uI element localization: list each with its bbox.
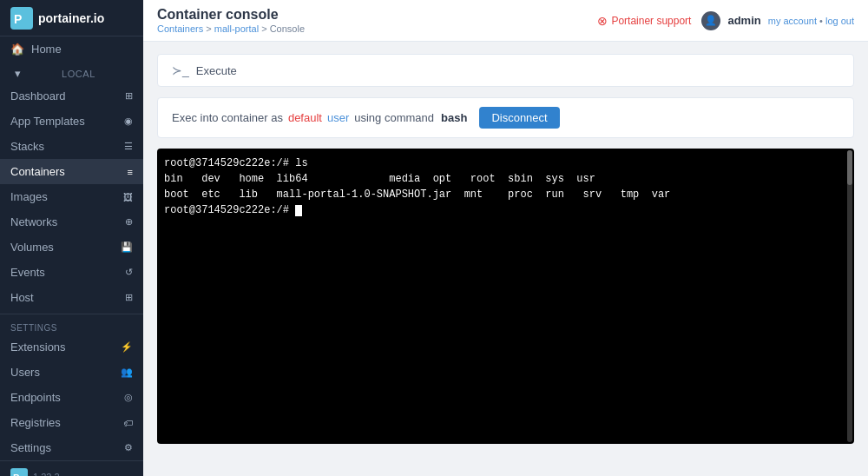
local-icon: ▾ (10, 67, 24, 80)
svg-text:P: P (14, 12, 22, 26)
settings-section-label: SETTINGS (0, 318, 143, 334)
sidebar-item-label: Images (10, 190, 48, 203)
sidebar-item-settings[interactable]: Settings ⚙ (0, 435, 143, 460)
sidebar-item-label: Settings (10, 441, 51, 454)
images-icon: 🖼 (123, 192, 133, 202)
terminal-cursor (295, 205, 302, 216)
host-icon: ⊞ (125, 292, 133, 303)
dashboard-icon: ⊞ (125, 90, 133, 102)
user-avatar-icon: 👤 (705, 15, 717, 26)
topbar-left: Container console Containers > mall-port… (157, 7, 305, 34)
my-account-link[interactable]: my account (768, 16, 817, 26)
sidebar-item-registries[interactable]: Registries 🏷 (0, 410, 143, 435)
sidebar-item-label: Endpoints (10, 391, 61, 404)
networks-icon: ⊕ (125, 216, 133, 228)
username-label: admin (727, 14, 760, 27)
user-links: my account • log out (768, 16, 854, 26)
portainer-logo-icon: P (10, 7, 33, 30)
breadcrumb: Containers > mall-portal > Console (157, 23, 305, 34)
extensions-icon: ⚡ (121, 341, 133, 353)
sidebar-item-label: Users (10, 366, 40, 379)
execute-icon: ≻_ (172, 63, 189, 77)
topbar: Container console Containers > mall-port… (143, 0, 868, 42)
breadcrumb-sep1: > (203, 23, 214, 34)
app-templates-icon: ◉ (124, 116, 133, 127)
user-avatar: 👤 (701, 11, 720, 30)
terminal-output: root@3714529c222e:/# ls bin dev home lib… (164, 155, 847, 218)
content-area: ≻_ Execute Exec into container as defaul… (143, 42, 868, 476)
sidebar-logo: P portainer.io (0, 0, 143, 36)
sidebar-item-app-templates[interactable]: App Templates ◉ (0, 109, 143, 134)
sidebar-item-volumes[interactable]: Volumes 💾 (0, 235, 143, 260)
sidebar-item-home[interactable]: 🏠 Home (0, 36, 143, 62)
sidebar-item-dashboard[interactable]: Dashboard ⊞ (0, 83, 143, 109)
exec-using-command: using command (354, 111, 434, 124)
home-icon: 🏠 (10, 43, 24, 56)
sidebar-item-label: Containers (10, 165, 65, 178)
exec-prefix: Exec into container as (172, 111, 283, 124)
sidebar-item-label: App Templates (10, 115, 85, 128)
sidebar-item-label: Home (31, 43, 62, 56)
sidebar-item-endpoints[interactable]: Endpoints ◎ (0, 385, 143, 410)
sidebar-item-label: Volumes (10, 241, 54, 254)
exec-user-text: user (327, 111, 349, 124)
log-out-link[interactable]: log out (825, 16, 854, 26)
support-label: Portainer support (611, 15, 691, 27)
terminal-scrollbar[interactable] (847, 150, 852, 442)
sidebar-item-label: Events (10, 266, 45, 279)
sidebar-item-networks[interactable]: Networks ⊕ (0, 209, 143, 235)
disconnect-button[interactable]: Disconnect (479, 107, 559, 129)
main-content: Container console Containers > mall-port… (143, 0, 868, 476)
sidebar-logo-text: portainer.io (38, 11, 104, 25)
breadcrumb-mall-portal[interactable]: mall-portal (214, 23, 259, 34)
terminal-panel[interactable]: root@3714529c222e:/# ls bin dev home lib… (157, 149, 854, 444)
execute-card: ≻_ Execute (157, 54, 854, 87)
endpoints-icon: ◎ (124, 392, 133, 403)
registries-icon: 🏷 (123, 418, 133, 428)
sidebar-item-label: Extensions (10, 340, 66, 354)
sidebar-version: 1.22.2 (33, 472, 60, 476)
user-links-separator: • (819, 16, 825, 26)
containers-icon: ≡ (128, 167, 133, 177)
stacks-icon: ☰ (124, 141, 133, 152)
sidebar-item-stacks[interactable]: Stacks ☰ (0, 134, 143, 159)
user-area: 👤 admin my account • log out (701, 11, 854, 30)
svg-text:P: P (13, 473, 19, 476)
settings-icon: ⚙ (124, 442, 133, 453)
sidebar-item-extensions[interactable]: Extensions ⚡ (0, 334, 143, 360)
breadcrumb-current: Console (270, 23, 305, 34)
exec-command-value: bash (441, 111, 467, 124)
sidebar: P portainer.io 🏠 Home ▾ LOCAL Dashboard … (0, 0, 143, 476)
sidebar-item-users[interactable]: Users 👥 (0, 360, 143, 385)
execute-label: Execute (196, 64, 237, 77)
sidebar-item-label: Networks (10, 215, 57, 228)
portainer-footer-logo-icon: P (10, 468, 28, 476)
local-section-header: ▾ LOCAL (0, 62, 143, 83)
sidebar-footer: P 1.22.2 (0, 460, 143, 476)
exec-info-bar: Exec into container as default user usin… (157, 97, 854, 138)
sidebar-item-host[interactable]: Host ⊞ (0, 285, 143, 310)
volumes-icon: 💾 (121, 241, 133, 253)
terminal-scrollbar-thumb[interactable] (847, 150, 852, 185)
topbar-right: ⊗ Portainer support 👤 admin my account •… (597, 11, 854, 30)
sidebar-item-events[interactable]: Events ↺ (0, 260, 143, 285)
local-label: LOCAL (62, 69, 95, 79)
breadcrumb-sep2: > (259, 23, 270, 34)
breadcrumb-containers[interactable]: Containers (157, 23, 203, 34)
support-icon: ⊗ (597, 14, 608, 28)
sidebar-item-label: Stacks (10, 140, 44, 153)
sidebar-item-containers[interactable]: Containers ≡ (0, 159, 143, 184)
users-icon: 👥 (121, 367, 133, 378)
sidebar-item-label: Registries (10, 416, 61, 429)
events-icon: ↺ (125, 267, 133, 278)
exec-default-text: default (288, 111, 322, 124)
sidebar-item-label: Dashboard (10, 89, 66, 102)
page-title: Container console (157, 7, 305, 23)
sidebar-item-label: Host (10, 291, 34, 304)
sidebar-divider (0, 314, 143, 314)
sidebar-item-images[interactable]: Images 🖼 (0, 184, 143, 209)
portainer-support-link[interactable]: ⊗ Portainer support (597, 14, 691, 28)
